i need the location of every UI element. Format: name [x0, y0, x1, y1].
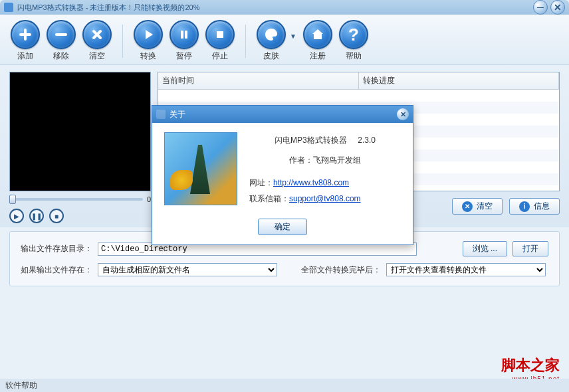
home-icon — [303, 20, 332, 49]
x-icon: ✕ — [462, 201, 473, 212]
skin-button[interactable]: 皮肤 — [257, 20, 286, 62]
about-app-name: 闪电MP3格式转换器 — [275, 136, 347, 145]
video-preview — [9, 72, 151, 191]
x-icon — [82, 20, 112, 49]
window-title: 闪电MP3格式转换器 - 未注册版本！只能转换视频的20% — [17, 3, 530, 13]
status-text: 软件帮助 — [5, 380, 37, 391]
list-info-button[interactable]: i 信息 — [509, 198, 560, 215]
after-label: 全部文件转换完毕后： — [301, 264, 381, 276]
minimize-button[interactable]: ─ — [533, 0, 548, 15]
open-button[interactable]: 打开 — [512, 241, 548, 256]
col-progress: 转换进度 — [359, 72, 560, 89]
output-dir-label: 输出文件存放目录： — [21, 243, 92, 254]
list-clear-button[interactable]: ✕ 清空 — [452, 198, 503, 215]
about-email-link[interactable]: support@tv808.com — [289, 194, 361, 203]
exist-select[interactable]: 自动生成相应的新文件名 — [98, 263, 277, 276]
skin-icon — [257, 20, 286, 49]
register-button[interactable]: 注册 — [303, 20, 332, 62]
exist-label: 如果输出文件存在： — [21, 264, 92, 276]
app-icon — [4, 3, 13, 12]
statusbar: 软件帮助 — [0, 379, 569, 392]
play-icon — [134, 20, 163, 49]
svg-rect-2 — [217, 31, 223, 38]
dialog-close-button[interactable]: ✕ — [397, 108, 409, 120]
about-url-link[interactable]: http://www.tv808.com — [273, 178, 349, 187]
dialog-title: 关于 — [170, 109, 397, 120]
clear-button[interactable]: 清空 — [82, 20, 112, 62]
info-icon: i — [519, 201, 530, 212]
convert-button[interactable]: 转换 — [134, 20, 163, 62]
about-image — [164, 132, 237, 205]
preview-stop-button[interactable]: ■ — [49, 209, 64, 223]
close-button[interactable]: ✕ — [550, 0, 565, 15]
toolbar: 添加 移除 清空 转换 暂停 停止 皮肤 ▼ — [0, 15, 569, 65]
dialog-icon — [156, 110, 166, 119]
about-dialog: 关于 ✕ 闪电MP3格式转换器 2.3.0 作者：飞翔鸟开发组 网址：http:… — [152, 105, 413, 245]
preview-play-button[interactable]: ▶ — [9, 209, 24, 223]
time-display: 0 — [147, 195, 151, 203]
svg-rect-1 — [185, 31, 187, 39]
svg-rect-0 — [181, 31, 183, 39]
preview-pane: 0 ▶ ❚❚ ■ — [9, 72, 151, 223]
dialog-titlebar[interactable]: 关于 ✕ — [152, 106, 413, 123]
pause-button[interactable]: 暂停 — [170, 20, 199, 62]
browse-button[interactable]: 浏览 ... — [463, 241, 507, 256]
plus-icon — [11, 20, 40, 49]
add-button[interactable]: 添加 — [11, 20, 40, 62]
stop-button[interactable]: 停止 — [205, 20, 235, 62]
help-button[interactable]: ? 帮助 — [339, 20, 368, 62]
preview-pause-button[interactable]: ❚❚ — [29, 209, 44, 223]
about-author: 飞翔鸟开发组 — [313, 155, 361, 165]
question-icon: ? — [339, 20, 368, 49]
titlebar: 闪电MP3格式转换器 - 未注册版本！只能转换视频的20% ─ ✕ — [0, 0, 569, 15]
minus-icon — [47, 20, 76, 49]
pause-icon — [170, 20, 199, 49]
seek-slider[interactable] — [9, 198, 143, 201]
about-version: 2.3.0 — [358, 136, 376, 145]
after-select[interactable]: 打开文件夹查看转换的文件 — [386, 263, 546, 276]
about-ok-button[interactable]: 确定 — [258, 219, 307, 235]
remove-button[interactable]: 移除 — [47, 20, 76, 62]
stop-icon — [205, 20, 235, 49]
col-duration: 当前时间 — [158, 72, 359, 89]
skin-dropdown[interactable]: ▼ — [290, 11, 296, 62]
